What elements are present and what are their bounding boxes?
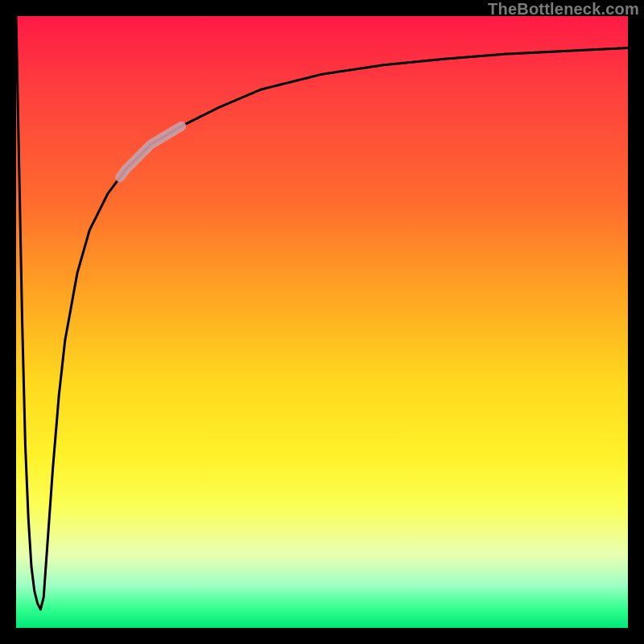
watermark-text: TheBottleneck.com [488,0,639,19]
chart-plot-area [16,16,628,628]
